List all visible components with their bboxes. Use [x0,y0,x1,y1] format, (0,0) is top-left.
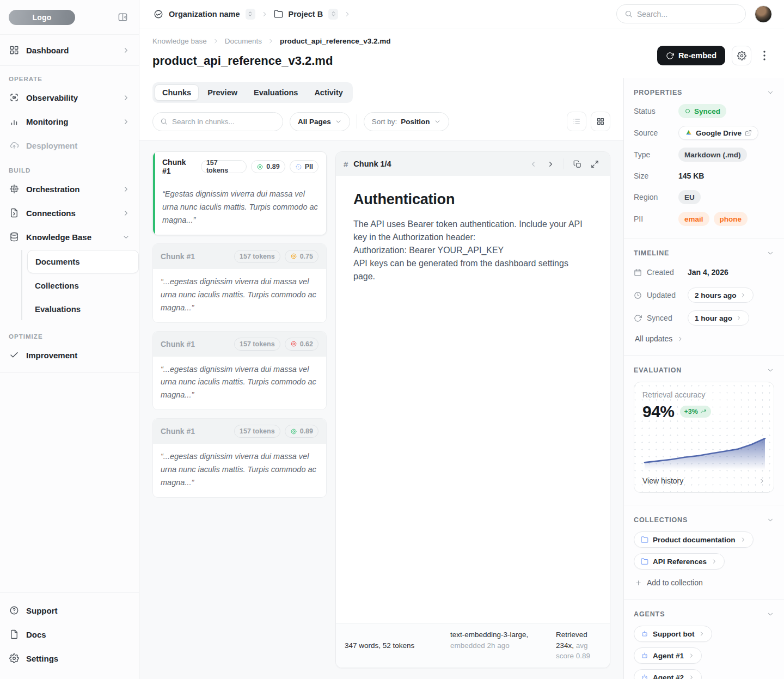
tab-chunks[interactable]: Chunks [155,84,199,101]
chunk-search-input[interactable] [172,118,275,126]
re-embed-button[interactable]: Re-embed [657,46,725,65]
next-chunk-button[interactable] [543,156,558,172]
sidebar-item-monitoring[interactable]: Monitoring [0,109,139,133]
pii-email-badge: email [678,212,709,226]
chunk-body-line: API keys can be generated from the dashb… [353,259,568,281]
sidebar-item-orchestration[interactable]: Orchestration [0,177,139,201]
collection-pill[interactable]: Product documentation [634,531,754,548]
sidebar-section-build: BUILD [0,157,139,177]
sidebar-item-deployment[interactable]: Desployment [0,133,139,157]
sort-dropdown[interactable]: Sort by: Position [364,112,449,131]
property-label: Region [634,193,678,201]
grid-view-button[interactable] [591,112,610,131]
timeline-section: TIMELINE Created Jan 4, 2026 Updated 2 h… [624,238,784,355]
folder-icon [641,536,648,543]
chunk-card[interactable]: Chunk #1 157 tokens 0.89 PII “Egest [152,151,327,235]
gear-icon [737,51,746,60]
score-target-icon [290,428,297,435]
sidebar-item-settings[interactable]: Settings [0,646,139,670]
breadcrumb-documents[interactable]: Documents [225,37,262,45]
org-switcher[interactable] [246,9,255,20]
chevron-down-icon [335,118,342,125]
chunk-card[interactable]: Chunk #1 157 tokens 0.75 “...egestas dig… [152,243,327,323]
all-updates-link[interactable]: All updates [634,334,774,343]
user-avatar[interactable] [755,5,772,23]
sidebar-item-label: Orchestration [26,185,79,194]
chunk-quote: “...egestas dignissim viverra dui massa … [153,444,326,497]
sidebar-item-docs[interactable]: Docs [0,622,139,646]
sidebar-collapse-button[interactable] [115,10,130,25]
token-count-badge: 157 tokens [201,160,247,173]
sidebar-item-collections[interactable]: Collections [27,274,139,297]
previous-chunk-button[interactable] [525,156,541,172]
breadcrumb-knowledge-base[interactable]: Knowledge base [152,37,207,45]
plus-icon [635,579,642,586]
chevron-down-icon[interactable] [767,89,774,96]
chunk-title: Chunk #1 [161,340,195,348]
divider [564,158,564,169]
chunk-card[interactable]: Chunk #1 157 tokens 0.89 “...egestas dig… [152,418,327,498]
project-name[interactable]: Project B [289,10,323,19]
sidebar-logo-row: Logo [0,0,139,35]
tab-evaluations[interactable]: Evaluations [246,84,305,101]
size-value: 145 KB [678,172,704,180]
global-search[interactable] [616,4,746,23]
collection-pill[interactable]: API References [634,553,725,570]
source-link[interactable]: Google Drive [678,126,758,140]
chunk-title: Chunk #1 [161,252,195,261]
check-icon [9,350,20,360]
chunk-title: Chunk #1 [161,427,195,436]
chevron-down-icon[interactable] [767,610,774,618]
org-name[interactable]: Organization name [169,10,240,19]
view-history-link[interactable]: View history [642,476,765,485]
collapse-panel-icon [118,12,128,22]
global-search-input[interactable] [637,10,738,19]
agent-pill[interactable]: Agent #1 [634,647,702,664]
updated-time-button[interactable]: 2 hours ago [688,287,754,303]
pages-filter-dropdown[interactable]: All Pages [290,112,350,131]
sidebar-item-evaluations[interactable]: Evaluations [27,298,139,320]
chevron-down-icon[interactable] [767,249,774,257]
tab-activity[interactable]: Activity [307,84,350,101]
more-options-button[interactable] [758,46,771,65]
chunk-detail-title: Chunk 1/4 [353,160,391,168]
sidebar-item-dashboard[interactable]: Dashboard [0,38,139,62]
status-badge: Synced [678,104,726,118]
chevron-right-icon [267,38,274,45]
document-icon [9,629,20,640]
tab-preview[interactable]: Preview [200,84,245,101]
chevron-down-icon[interactable] [767,516,774,524]
document-settings-button[interactable] [732,46,751,65]
synced-time-button[interactable]: 1 hour ago [688,310,749,326]
chunk-search[interactable] [152,112,283,131]
agent-pill[interactable]: Support bot [634,626,712,642]
chunk-list: Chunk #1 157 tokens 0.89 PII “Egest [152,151,327,668]
chevron-right-icon [122,185,130,193]
chunk-title: Chunk #1 [162,158,197,175]
chevron-right-icon [261,10,268,18]
embedding-info: text-embedding-3-large, embedded 2h ago [450,629,543,662]
sidebar-item-improvement[interactable]: Improvement [0,343,139,367]
embedding-model: text-embedding-3-large, [450,631,528,639]
agent-pill[interactable]: Agent #2 [634,669,702,679]
project-switcher[interactable] [328,9,338,20]
sync-refresh-icon [634,314,642,322]
score-badge: 0.89 [251,160,285,173]
sidebar: Logo Dashboard OPERATE Observability Mon [0,0,139,679]
sidebar-item-connections[interactable]: Connections [0,201,139,225]
list-view-button[interactable] [567,112,586,131]
sidebar-item-observability[interactable]: Observability [0,85,139,109]
chunk-stats: 347 words, 52 tokens [345,629,437,662]
chevron-down-icon[interactable] [767,366,774,374]
collections-section: COLLECTIONS Product documentation API Re… [624,505,784,599]
sidebar-item-support[interactable]: Support [0,598,139,622]
expand-chunk-button[interactable] [587,156,602,172]
chunk-quote: “...egestas dignissim viverra dui massa … [153,269,326,322]
sidebar-item-knowledge-base[interactable]: Knowledge Base [0,225,139,249]
chevron-right-icon [740,292,746,298]
chunk-card[interactable]: Chunk #1 157 tokens 0.62 “...egestas dig… [152,331,327,411]
add-to-collection-button[interactable]: Add to collection [634,578,774,587]
sidebar-item-documents[interactable]: Documents [27,250,139,273]
pii-dashed-circle-icon [295,163,302,170]
copy-chunk-button[interactable] [569,156,585,172]
